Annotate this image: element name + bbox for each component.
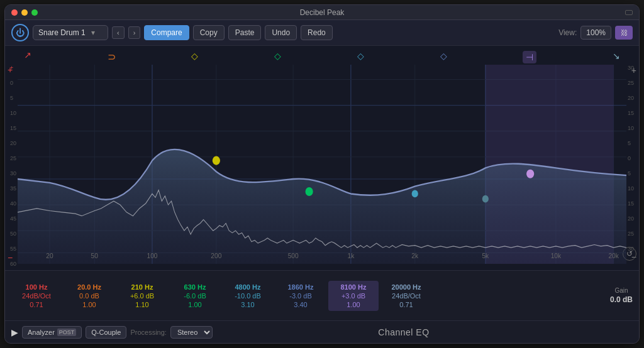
db-35-label: 35: [10, 185, 16, 192]
band-1-params[interactable]: 100 Hz 24dB/Oct 0.71: [11, 283, 62, 308]
redo-button[interactable]: Redo: [301, 25, 333, 40]
dbr-25b: 25: [628, 231, 634, 237]
band-5-q: 3.10: [241, 301, 254, 308]
eq-curve-fill: [18, 150, 626, 264]
band-2-gain: 0.0 dB: [79, 292, 99, 300]
gain-plus-right-button[interactable]: +: [631, 65, 636, 75]
db-45-label: 45: [10, 215, 16, 222]
band-7-node[interactable]: [526, 170, 534, 178]
db-labels-left: + 0 5 10 15 20 25 30 35 40 45 50 55 60: [10, 65, 16, 267]
band-params: 100 Hz 24dB/Oct 0.71 20.0 Hz 0.0 dB 1.00…: [5, 270, 639, 320]
power-button[interactable]: ⏻: [11, 24, 29, 41]
processing-label: Processing:: [130, 329, 166, 336]
left-gain-minus-controls: −: [8, 253, 13, 263]
dbr-25: 25: [628, 80, 634, 86]
preset-name: Snare Drum 1: [38, 28, 86, 37]
gain-plus-left-button[interactable]: +: [8, 65, 13, 75]
band-8-gain: 24dB/Oct: [392, 292, 421, 300]
bottom-left-controls: ▶ Analyzer POST Q-Couple Processing: Ste…: [11, 326, 213, 339]
paste-button[interactable]: Paste: [228, 25, 262, 40]
db-20-label: 20: [10, 140, 16, 146]
db-0-label: 0: [10, 80, 16, 86]
link-button[interactable]: ⛓: [615, 26, 633, 40]
dbr-20b: 20: [628, 215, 634, 222]
band-3-freq: 210 Hz: [131, 283, 153, 291]
dbr-20: 20: [628, 95, 634, 101]
nav-prev-button[interactable]: ‹: [112, 26, 125, 39]
eq-display-svg[interactable]: 20 50 100 200 500 1k 2k 5k 10k 20k: [18, 65, 626, 264]
band-4-freq: 630 Hz: [184, 283, 206, 291]
freq-10k: 10k: [551, 251, 562, 259]
freq-5k: 5k: [482, 251, 489, 259]
db-25-label: 25: [10, 155, 16, 161]
power-icon: ⏻: [16, 28, 25, 38]
dbr-10b: 10: [628, 185, 634, 192]
band-5-icon: ◇: [357, 51, 364, 61]
band-handle-7[interactable]: ⊣: [523, 51, 536, 63]
band-4-params[interactable]: 630 Hz -6.0 dB 1.00: [170, 283, 220, 308]
qcouple-label: Q-Couple: [91, 329, 121, 336]
maximize-button[interactable]: [31, 9, 38, 16]
band-handle-2[interactable]: ⊃: [108, 51, 116, 63]
band-2-q: 1.00: [82, 301, 96, 308]
gain-minus-left-button[interactable]: −: [8, 253, 13, 263]
undo-button[interactable]: Undo: [265, 25, 297, 40]
minimize-button[interactable]: [21, 9, 28, 16]
gain-label: Gain: [614, 287, 628, 294]
view-value[interactable]: 100%: [580, 26, 611, 40]
gain-control-group: Gain 0.0 dB: [610, 287, 633, 304]
band-5-gain: -10.0 dB: [235, 292, 261, 300]
compare-button[interactable]: Compare: [144, 25, 189, 40]
band-3-q: 1.10: [135, 301, 148, 308]
band-handle-5[interactable]: ◇: [357, 51, 364, 63]
db-30-label: 30: [10, 170, 16, 177]
band-1-icon: ↙: [24, 51, 31, 61]
db-40-label: 40: [10, 200, 16, 207]
band-handle-3[interactable]: ◇: [191, 51, 198, 63]
db-50-label: 50: [10, 231, 16, 237]
band-7-freq: 8100 Hz: [341, 283, 367, 291]
freq-20: 20: [46, 251, 53, 259]
gain-value: 0.0 dB: [610, 295, 633, 304]
dbr-15b: 15: [628, 200, 634, 207]
view-label: View:: [558, 28, 577, 37]
band-6-icon: ◇: [440, 51, 447, 61]
freq-2k: 2k: [411, 251, 418, 259]
left-gain-controls: +: [8, 65, 13, 75]
band-2-freq: 20.0 Hz: [77, 283, 101, 291]
reset-icon: ↺: [626, 249, 633, 258]
band-2-params[interactable]: 20.0 Hz 0.0 dB 1.00: [64, 283, 114, 308]
band-6-node[interactable]: [482, 195, 489, 203]
band-5-params[interactable]: 4800 Hz -10.0 dB 3.10: [223, 283, 273, 308]
db-labels-right: 30 25 20 15 10 5 0 5 10 15 20 25 30: [628, 65, 634, 252]
band-8-q: 0.71: [399, 301, 413, 308]
band-3-params[interactable]: 210 Hz +6.0 dB 1.10: [117, 283, 167, 308]
freq-200: 200: [211, 251, 221, 259]
preset-dropdown[interactable]: Snare Drum 1 ▾: [33, 25, 108, 40]
band-5-node[interactable]: [412, 190, 418, 198]
band-6-params[interactable]: 1860 Hz -3.0 dB 3.40: [275, 283, 326, 308]
nav-next-button[interactable]: ›: [128, 26, 141, 39]
band-handle-6[interactable]: ◇: [440, 51, 447, 63]
copy-button[interactable]: Copy: [193, 25, 225, 40]
band-4-node[interactable]: [306, 187, 313, 196]
close-button[interactable]: [11, 9, 18, 16]
freq-20k: 20k: [608, 251, 619, 259]
band-8-params[interactable]: 20000 Hz 24dB/Oct 0.71: [381, 283, 431, 308]
band-handle-4[interactable]: ◇: [274, 51, 281, 63]
processing-select[interactable]: Stereo Left Right Mid Side: [170, 326, 213, 339]
band-8-freq: 20000 Hz: [391, 283, 421, 291]
band-handle-1[interactable]: ↙: [24, 51, 31, 63]
play-button[interactable]: ▶: [11, 327, 18, 337]
qcouple-button[interactable]: Q-Couple: [86, 326, 126, 339]
band-7-params[interactable]: 8100 Hz +3.0 dB 1.00: [328, 281, 379, 311]
toolbar: ⏻ Snare Drum 1 ▾ ‹ › Compare Copy Paste …: [5, 20, 639, 46]
band-handles-row: ↙ ⊃ ◇ ◇ ◇ ◇ ⊣: [24, 51, 620, 63]
band-3-node[interactable]: [213, 156, 220, 165]
band-1-gain: 24dB/Oct: [22, 292, 51, 300]
analyzer-button[interactable]: Analyzer POST: [22, 326, 82, 339]
band-handle-8[interactable]: ↘: [613, 51, 620, 63]
window-title: Decibel Peak: [300, 8, 345, 17]
dbr-5: 5: [628, 140, 634, 146]
db-15-label: 15: [10, 125, 16, 131]
